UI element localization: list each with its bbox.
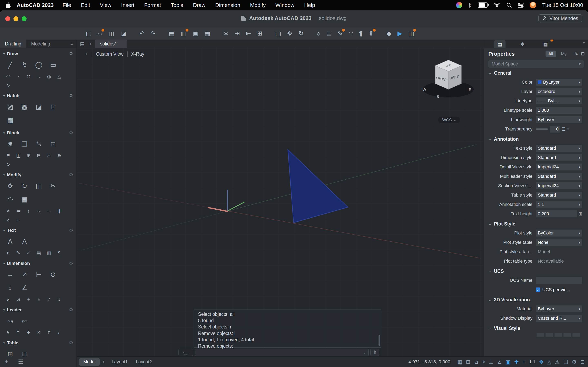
transparency-control[interactable]: 0❏▾ [536, 125, 582, 133]
add-tool-icon[interactable]: + [5, 359, 8, 365]
import-icon[interactable]: ⇥ [234, 30, 240, 36]
model-space-viewport[interactable]: + Custom View X-Ray W S E T [77, 48, 484, 356]
gear-icon[interactable]: ⚙ [69, 93, 73, 99]
menu-insert[interactable]: Insert [121, 2, 134, 8]
compass-east[interactable]: E [469, 88, 471, 92]
attach-xref-tool-icon[interactable]: ◫ [14, 152, 22, 159]
annotation-visibility-icon[interactable]: △ [547, 359, 551, 365]
command-prompt-button[interactable]: >_ ⌄ [178, 349, 193, 356]
menu-dimension[interactable]: Dimension [215, 2, 240, 8]
array-tool-icon[interactable]: ▦ [18, 194, 31, 205]
ortho-mode-icon[interactable]: ⊥ [489, 359, 493, 365]
attribute-sync-tool-icon[interactable]: ⊞ [25, 152, 33, 159]
undo-icon[interactable]: ↶ [139, 30, 144, 36]
visual-style-thumbnail[interactable] [545, 333, 553, 337]
customization-icon[interactable]: ⚙ [572, 359, 577, 365]
collect-leaders-tool-icon[interactable]: ↱ [45, 329, 53, 336]
property-dropdown[interactable]: None▾ [536, 239, 582, 246]
visual-style-thumbnail[interactable] [554, 333, 562, 337]
share-icon[interactable]: ⇧ [370, 349, 379, 356]
property-input[interactable]: 0.200 [536, 210, 577, 217]
viewport-view-control[interactable]: Custom View [92, 51, 127, 57]
drawing-compare-icon[interactable]: ◫ [408, 30, 414, 36]
compass-west[interactable]: W [423, 88, 426, 92]
polygon-tool-icon[interactable]: △ [55, 73, 63, 80]
radius-dimension-tool-icon[interactable]: ⊙ [47, 269, 59, 280]
selection-window-icon[interactable]: ▢ [275, 30, 281, 36]
section-header-visual-style[interactable]: ⌄Visual Style [484, 324, 588, 333]
filter-my-button[interactable]: My [558, 50, 570, 57]
properties-tab[interactable]: ▤ [494, 40, 506, 48]
oblique-tool-icon[interactable]: ↧ [55, 296, 63, 303]
viewcube[interactable]: W S E TOP FRONT RIGHT [422, 54, 475, 103]
property-input[interactable]: 1.000 [536, 107, 582, 114]
blocks-palette-icon[interactable]: ◆ [387, 30, 391, 36]
align-tool-icon[interactable]: ≡ [14, 217, 22, 224]
new-drawing-icon[interactable]: ▢ [86, 30, 91, 36]
property-dropdown[interactable]: ByLayer▾ [536, 79, 582, 86]
visual-style-thumbnail[interactable] [536, 333, 544, 337]
archive-icon[interactable]: ⊞ [257, 30, 262, 36]
export-block-tool-icon[interactable]: ⊕ [55, 152, 63, 159]
jogged-tool-icon[interactable]: ⊿ [14, 296, 22, 303]
open-drawing-icon[interactable]: ▱ [98, 30, 102, 36]
save-as-icon[interactable]: ◪ [121, 30, 126, 36]
property-dropdown[interactable]: Casts and R...▾ [536, 315, 582, 322]
single-line-text-tool-icon[interactable]: A [18, 236, 31, 247]
multileader-tool-icon[interactable]: ↝ [4, 315, 16, 327]
add-leader-tool-icon[interactable]: ↳ [4, 329, 12, 336]
extend-tool-icon[interactable]: → [45, 208, 53, 215]
offset-tool-icon[interactable]: ∥ [55, 208, 63, 215]
block-editor-tool-icon[interactable]: ⊟ [35, 152, 43, 159]
plot-icon[interactable]: ▥ [181, 30, 186, 36]
edit-block-tool-icon[interactable]: ✎ [33, 138, 45, 150]
wcs-dropdown[interactable]: WCS ⌄ [438, 117, 460, 123]
section-header-annotation[interactable]: ⌄Annotation [484, 134, 588, 143]
chevron-down-icon[interactable]: ⌄ [363, 350, 366, 355]
orbit-icon[interactable]: ↻ [298, 30, 303, 36]
ellipse-tool-icon[interactable]: ◍ [45, 73, 53, 80]
menubar-clock[interactable]: Tue 15 Oct 10:00 [542, 2, 583, 8]
apple-menu-icon[interactable] [6, 2, 11, 8]
circle-tool-icon[interactable]: ◯ [33, 59, 45, 71]
diameter-dimension-tool-icon[interactable]: ⌀ [4, 296, 12, 303]
angular-dimension-tool-icon[interactable]: ∠ [18, 282, 31, 294]
redo-icon[interactable]: ↷ [150, 30, 156, 36]
user-menu[interactable]: Vitor Mendes [538, 14, 582, 22]
command-input[interactable]: ⌄ [195, 349, 369, 356]
erase-tool-icon[interactable]: ✕ [4, 208, 12, 215]
checkbox-icon[interactable]: ✓ [536, 287, 540, 292]
tab-layout1[interactable]: Layout1 [108, 358, 132, 366]
collapse-section-icon[interactable]: ▾ [3, 173, 5, 177]
trim-tool-icon[interactable]: ✂ [47, 180, 59, 192]
command-scrollbar[interactable] [379, 335, 380, 346]
gear-icon[interactable]: ⚙ [69, 261, 73, 266]
etransmit-icon[interactable]: ✉ [223, 30, 228, 36]
menu-modify[interactable]: Modify [250, 2, 266, 8]
remove-leader-tool-icon[interactable]: ↰ [14, 329, 22, 336]
lineweight-display-icon[interactable]: ≡ [522, 359, 526, 365]
property-dropdown[interactable]: Standard▾ [536, 173, 582, 180]
export-text-tool-icon[interactable]: ▥ [45, 250, 53, 257]
point-tool-icon[interactable]: ∙ [14, 73, 22, 80]
property-dropdown[interactable]: octaedro▾ [536, 88, 582, 95]
stretch-tool-icon[interactable]: ↔ [35, 208, 43, 215]
arc-tool-icon[interactable]: ◠ [4, 73, 12, 80]
visual-style-thumbnail[interactable] [572, 333, 580, 337]
menu-edit[interactable]: Edit [81, 2, 90, 8]
tab-drafting[interactable]: Drafting [0, 40, 26, 48]
hatch-settings-tool-icon[interactable]: ▦ [4, 115, 16, 126]
section-header-ucs[interactable]: ⌄UCS [484, 267, 588, 276]
pan-icon[interactable]: ✥ [287, 30, 292, 36]
quick-measure-icon[interactable]: ⌀ [317, 30, 320, 36]
object-snap-icon[interactable]: ▣ [506, 359, 511, 365]
print-icon[interactable]: ▤ [169, 30, 174, 36]
property-dropdown[interactable]: Standard▾ [536, 145, 582, 152]
multiline-text-tool-icon[interactable]: A [4, 236, 16, 247]
scale-tool-icon[interactable]: ↕ [25, 208, 33, 215]
compass-south[interactable]: S [437, 95, 439, 99]
point-cloud-icon[interactable]: ∵ [349, 30, 353, 36]
gear-icon[interactable]: ⚙ [69, 51, 73, 57]
match-properties-icon[interactable]: ✎ [338, 30, 343, 36]
filter-all-button[interactable]: All [545, 50, 556, 57]
